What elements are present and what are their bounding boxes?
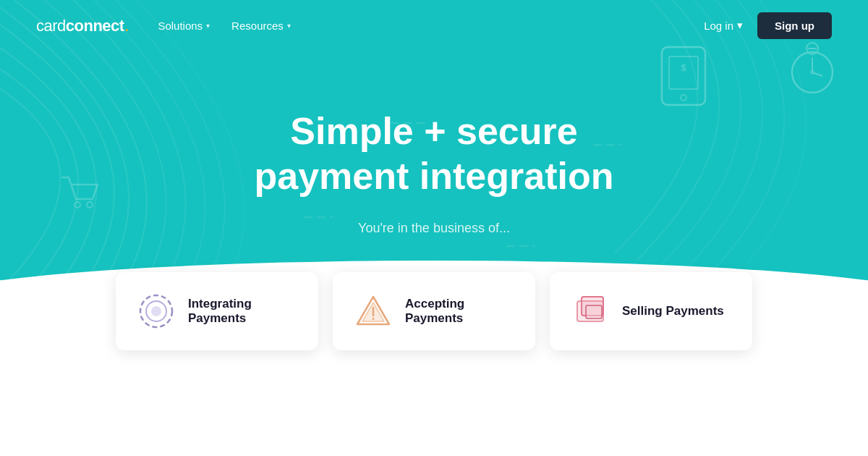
integrating-icon [137,292,175,330]
signup-label: Sign up [775,20,814,32]
accepting-payments-card[interactable]: Accepting Payments [333,272,535,350]
svg-point-27 [373,318,375,320]
svg-marker-19 [417,402,452,442]
accepting-icon [354,292,392,330]
hero-title-line1: Simple + secure [290,110,577,152]
logo-text: cardconnect. [36,15,129,35]
selling-payments-card[interactable]: Selling Payments [550,272,752,350]
svg-marker-18 [810,388,843,428]
hero-title-line2: payment integration [255,155,614,197]
navbar-left: cardconnect. Solutions ▾ Resources ▾ [36,15,291,35]
login-chevron-icon: ▾ [737,19,743,32]
signup-button[interactable]: Sign up [757,12,832,39]
solutions-nav-link[interactable]: Solutions ▾ [158,20,210,32]
resources-label: Resources [231,20,284,32]
solutions-label: Solutions [158,20,203,32]
selling-icon [571,292,609,330]
navbar: cardconnect. Solutions ▾ Resources ▾ Log… [0,0,868,51]
cards-row: Integrating Payments Accepting Payments … [0,272,868,350]
deco-diamond-left-icon [11,370,58,427]
login-button[interactable]: Log in ▾ [704,19,743,32]
svg-rect-30 [586,305,602,318]
logo-part2: connect [66,17,124,35]
hero-content: Simple + secure payment integration You'… [0,51,868,236]
navbar-right: Log in ▾ Sign up [704,12,832,39]
nav-links: Solutions ▾ Resources ▾ [158,20,290,32]
login-label: Log in [704,20,733,32]
logo-dot: . [124,14,129,35]
selling-label: Selling Payments [622,304,724,318]
resources-chevron-icon: ▾ [287,22,291,30]
svg-marker-16 [14,373,54,417]
logo-part1: card [36,17,66,35]
solutions-chevron-icon: ▾ [206,22,210,30]
deco-arrow-right-icon [807,384,846,434]
svg-point-23 [151,306,161,316]
accepting-label: Accepting Payments [405,297,514,326]
hero-title: Simple + secure payment integration [0,109,868,199]
logo[interactable]: cardconnect. [36,15,129,35]
hero-subtitle: You're in the business of... [0,221,868,236]
integrating-label: Integrating Payments [188,297,297,326]
svg-marker-17 [21,381,47,410]
resources-nav-link[interactable]: Resources ▾ [231,20,291,32]
deco-diamond-bottom-icon [414,399,454,449]
integrating-payments-card[interactable]: Integrating Payments [116,272,318,350]
